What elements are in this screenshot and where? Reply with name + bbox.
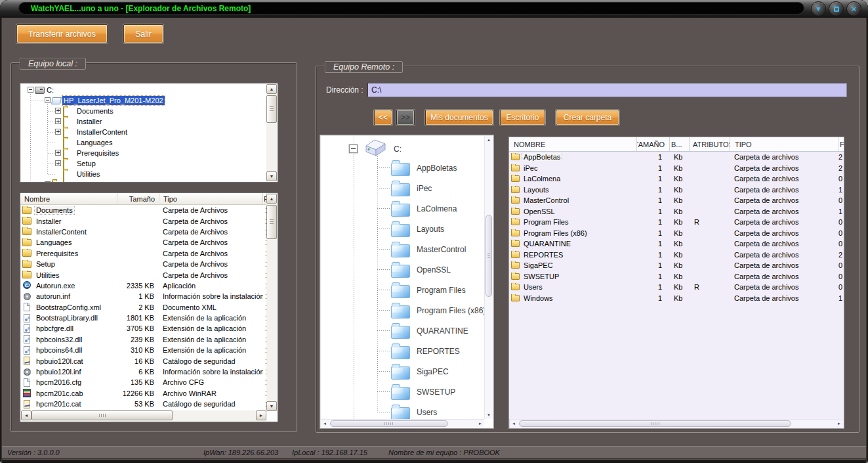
file-row[interactable]: autorun.inf1 KBInformación sobre la inst… — [20, 291, 267, 301]
scroll-thumb[interactable] — [330, 420, 448, 427]
file-row[interactable]: hpbcoins64.dll310 KBExtensión de la apli… — [20, 345, 267, 355]
tree-item[interactable]: InstallerContent — [20, 127, 266, 137]
file-row[interactable]: InstallerCarpeta de Archivos1 — [20, 215, 267, 226]
tree-item[interactable]: Program Files (x86) — [320, 300, 484, 320]
column-header-atributos[interactable]: ATRIBUTOS — [690, 137, 730, 151]
close-button[interactable]: × — [846, 1, 861, 16]
scroll-up-button[interactable]: ▲ — [266, 84, 277, 94]
tree-item[interactable]: Languages — [20, 137, 266, 148]
tree-item[interactable]: Setup — [20, 158, 266, 169]
file-row[interactable]: hpbuio120l.inf6 KBInformación sobre la i… — [20, 366, 267, 377]
file-row[interactable]: OpenSSL1KbCarpeta de archivos1 — [509, 206, 844, 217]
file-row[interactable]: hpbcoins32.dll239 KBExtensión de la apli… — [20, 334, 267, 345]
file-row[interactable]: SigaPEC1KbCarpeta de archivos0 — [509, 260, 844, 271]
forward-button[interactable]: >> — [396, 110, 415, 125]
remote-tree-vscrollbar[interactable]: ▲ ▼ — [484, 136, 493, 419]
scroll-thumb[interactable] — [31, 410, 173, 420]
tree-item[interactable]: SigaPEC — [320, 361, 484, 382]
tree-item[interactable]: AppBoletas — [320, 158, 484, 178]
tree-item[interactable]: Installer — [20, 116, 266, 127]
tree-item-clipped[interactable] — [20, 179, 266, 183]
expand-plus-icon[interactable] — [55, 129, 61, 135]
tree-item[interactable]: Documents — [20, 106, 266, 116]
expand-plus-icon[interactable] — [55, 150, 61, 156]
tree-item-selected[interactable]: HP_LaserJet_Pro_M201-M202 — [20, 95, 266, 106]
collapse-minus-icon[interactable] — [45, 97, 51, 103]
file-row[interactable]: PrerequisitesCarpeta de Archivos1 — [20, 248, 267, 259]
file-row[interactable]: MasterControl1KbCarpeta de archivos0 — [509, 195, 844, 206]
remote-list-hscrollbar[interactable]: ◄ ► — [510, 419, 843, 428]
file-row[interactable]: Users1KbRCarpeta de archivos0 — [509, 282, 844, 293]
tree-item[interactable]: Layouts — [320, 219, 484, 239]
create-folder-button[interactable]: Crear carpeta — [556, 110, 619, 125]
tree-item[interactable]: Prerequisites — [20, 148, 266, 158]
tree-item[interactable]: SWSETUP — [320, 382, 484, 402]
scroll-right-button[interactable]: ► — [476, 420, 484, 428]
address-input[interactable] — [367, 83, 847, 97]
column-header-b[interactable]: B... — [670, 137, 690, 151]
local-file-list[interactable]: Nombre Tamaño Tipo F DocumentsCarpeta de… — [20, 192, 278, 422]
scroll-thumb[interactable] — [266, 95, 277, 123]
file-row[interactable]: hpbuio120l.cat16 KBCatálogo de seguridad… — [20, 355, 267, 366]
file-row[interactable]: LanguagesCarpeta de Archivos1 — [20, 237, 267, 248]
collapse-minus-icon[interactable] — [349, 144, 358, 153]
file-row[interactable]: Layouts1KbCarpeta de archivos1 — [509, 185, 844, 196]
column-header-tipo[interactable]: TIPO — [730, 137, 838, 151]
file-row[interactable]: BootstrapConfig.xml2 KBDocumento XML1 — [20, 302, 267, 313]
scroll-down-button[interactable]: ▼ — [266, 171, 277, 181]
expand-plus-icon[interactable] — [45, 181, 51, 183]
scroll-left-button[interactable]: ◄ — [321, 420, 329, 428]
file-row[interactable]: UtilitiesCarpeta de Archivos1 — [20, 269, 267, 280]
scroll-right-button[interactable]: ► — [835, 420, 843, 428]
transfer-files-button[interactable]: Transferir archivos — [16, 24, 108, 43]
column-header-tamano[interactable]: Tamaño — [117, 193, 159, 204]
expand-plus-icon[interactable] — [55, 160, 61, 166]
file-row[interactable]: DocumentsCarpeta de Archivos1 — [20, 205, 267, 215]
remote-tree-root[interactable]: C: — [320, 139, 484, 158]
column-header-tipo[interactable]: Tipo — [159, 193, 263, 204]
file-row[interactable]: Program Files1KbRCarpeta de archivos0 — [509, 217, 844, 228]
remote-file-list[interactable]: NOMBRE TAMAÑO B... ATRIBUTOS TIPO F AppB… — [508, 137, 844, 429]
scroll-thumb[interactable] — [486, 215, 492, 297]
file-row[interactable]: hpcm201c.cat53 KBCatálogo de seguridad1 — [20, 399, 267, 409]
exit-button[interactable]: Salir — [123, 24, 163, 43]
tree-item[interactable]: MasterControl — [320, 239, 484, 259]
desktop-button[interactable]: Escritorio — [500, 110, 545, 125]
file-row[interactable]: Program Files (x86)1KbCarpeta de archivo… — [509, 228, 844, 239]
scroll-down-button[interactable]: ▼ — [266, 401, 277, 411]
file-row[interactable]: SetupCarpeta de Archivos1 — [20, 259, 267, 269]
expand-plus-icon[interactable] — [55, 118, 61, 124]
file-row[interactable]: hpcm201c.cab12266 KBArchivo WinRAR1 — [20, 388, 267, 399]
maximize-button[interactable] — [829, 1, 844, 16]
collapse-minus-icon[interactable] — [28, 87, 33, 93]
column-header-nombre[interactable]: Nombre — [20, 193, 117, 204]
local-list-hscrollbar[interactable]: ◄ ► — [21, 410, 266, 421]
file-row[interactable]: QUARANTINE1KbCarpeta de archivos0 — [509, 238, 844, 250]
file-row[interactable]: hpbcfgre.dll3705 KBExtensión de la aplic… — [20, 323, 267, 334]
file-row[interactable]: SWSETUP1KbCarpeta de archivos0 — [509, 271, 844, 282]
tree-item[interactable]: REPORTES — [320, 341, 484, 361]
scroll-down-button[interactable]: ▼ — [485, 411, 493, 419]
column-header-nombre[interactable]: NOMBRE — [509, 137, 637, 151]
scroll-thumb[interactable] — [519, 420, 791, 427]
my-documents-button[interactable]: Mis documentos — [425, 110, 493, 125]
file-row[interactable]: Autorun.exe2335 KBAplicación1 — [20, 280, 267, 291]
scroll-thumb[interactable] — [266, 205, 277, 239]
minimize-button[interactable]: ▼ — [811, 1, 826, 16]
file-row[interactable]: BootstrapLibrary.dll1801 KBExtensión de … — [20, 313, 267, 323]
remote-tree-hscrollbar[interactable]: ◄ ► — [321, 419, 484, 428]
file-row[interactable]: REPORTES1KbCarpeta de archivos2 — [509, 250, 844, 261]
back-button[interactable]: << — [374, 110, 392, 125]
scroll-up-button[interactable]: ▲ — [266, 194, 277, 204]
tree-item[interactable]: Utilities — [20, 169, 266, 179]
file-row[interactable]: hpcm2016.cfg135 KBArchivo CFG1 — [20, 377, 267, 387]
file-row[interactable]: InstallerContentCarpeta de Archivos1 — [20, 227, 267, 237]
tree-item[interactable]: LaColmena — [320, 198, 484, 219]
scroll-up-button[interactable]: ▲ — [485, 136, 493, 144]
column-header-tamano[interactable]: TAMAÑO — [637, 137, 670, 151]
tree-item[interactable]: Program Files — [320, 280, 484, 300]
file-row[interactable]: Windows1KbCarpeta de archivos1 — [509, 293, 844, 304]
local-tree-root[interactable]: C: — [20, 85, 266, 95]
file-row[interactable]: iPec1KbCarpeta de archivos2 — [509, 163, 844, 174]
expand-plus-icon[interactable] — [55, 108, 61, 114]
